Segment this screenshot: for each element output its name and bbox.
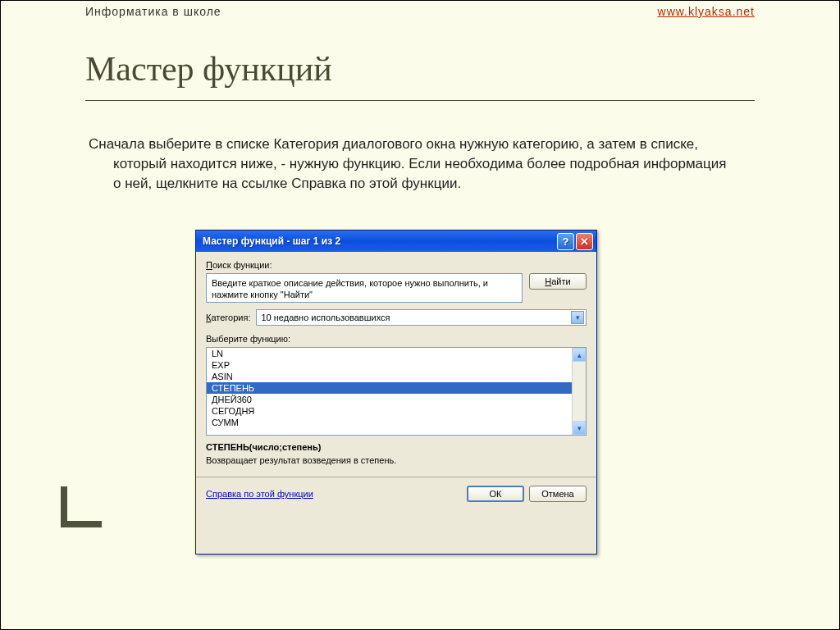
select-function-label: Выберите функцию:: [206, 334, 587, 344]
list-item[interactable]: LN: [207, 348, 572, 359]
header-website-link[interactable]: www.klyaksa.net: [658, 5, 755, 18]
header-subject: Информатика в школе: [85, 5, 221, 18]
chevron-down-icon[interactable]: ▾: [571, 311, 584, 324]
divider: [196, 477, 596, 477]
function-description: Возвращает результат возведения в степен…: [206, 455, 587, 465]
scrollbar[interactable]: ▴ ▾: [572, 348, 586, 435]
slide-header: Информатика в школе www.klyaksa.net: [85, 5, 755, 18]
corner-decoration: [61, 486, 102, 527]
scroll-track[interactable]: [573, 362, 586, 421]
dialog-title: Мастер функций - шаг 1 из 2: [203, 235, 555, 247]
list-item[interactable]: СЕГОДНЯ: [207, 405, 572, 417]
list-item[interactable]: ASIN: [207, 371, 572, 382]
function-signature: СТЕПЕНЬ(число;степень): [206, 442, 587, 452]
function-listbox[interactable]: LNEXPASINСТЕПЕНЬДНЕЙ360СЕГОДНЯСУММ ▴ ▾: [206, 347, 587, 436]
dialog-titlebar[interactable]: Мастер функций - шаг 1 из 2 ? ✕: [196, 231, 596, 252]
scroll-down-icon[interactable]: ▾: [573, 421, 586, 435]
cancel-button[interactable]: Отмена: [529, 486, 587, 502]
category-label: Категория:: [206, 313, 251, 322]
list-item[interactable]: СТЕПЕНЬ: [207, 382, 572, 394]
ok-button[interactable]: ОК: [467, 486, 524, 502]
list-item[interactable]: СУММ: [207, 417, 572, 428]
search-input[interactable]: Введите краткое описание действия, котор…: [206, 273, 523, 303]
category-select[interactable]: 10 недавно использовавшихся ▾: [256, 309, 587, 326]
close-icon[interactable]: ✕: [576, 233, 593, 250]
list-item[interactable]: ДНЕЙ360: [207, 394, 572, 405]
list-item[interactable]: EXP: [207, 359, 572, 371]
slide-description: Сначала выберите в списке Категория диал…: [89, 135, 733, 193]
page-title: Мастер функций: [85, 49, 332, 89]
function-wizard-dialog: Мастер функций - шаг 1 из 2 ? ✕ Поиск фу…: [195, 230, 597, 555]
help-link[interactable]: Справка по этой функции: [206, 489, 313, 499]
help-icon[interactable]: ?: [557, 233, 574, 250]
find-button[interactable]: Найти: [529, 273, 587, 290]
category-selected-value: 10 недавно использовавшихся: [262, 313, 390, 322]
search-label: Поиск функции:: [206, 260, 587, 270]
dialog-body: Поиск функции: Введите краткое описание …: [196, 252, 596, 510]
scroll-up-icon[interactable]: ▴: [573, 348, 586, 362]
title-underline: [85, 100, 755, 101]
